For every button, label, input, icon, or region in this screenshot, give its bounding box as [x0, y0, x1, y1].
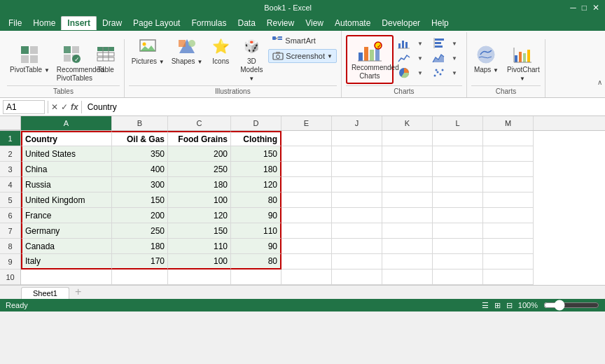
cell-k5[interactable] — [382, 192, 433, 208]
close-icon[interactable]: ✕ — [592, 3, 599, 13]
cell-b6[interactable]: 200 — [112, 208, 168, 223]
cell-e1[interactable] — [281, 131, 332, 146]
cell-e6[interactable] — [281, 208, 332, 223]
row-num-5[interactable]: 5 — [0, 192, 20, 208]
cell-b5[interactable]: 150 — [112, 192, 168, 208]
cell-l1[interactable] — [433, 131, 483, 146]
cell-a4[interactable]: Russia — [21, 177, 112, 192]
cell-e2[interactable] — [281, 146, 332, 162]
cell-c1[interactable]: Food Grains — [168, 131, 231, 146]
cell-k2[interactable] — [382, 146, 433, 162]
insert-function-icon[interactable]: fx — [71, 102, 78, 112]
cell-k4[interactable] — [382, 177, 433, 192]
cell-a10[interactable] — [21, 270, 112, 285]
pie-chart-button[interactable] — [396, 66, 412, 80]
cell-c7[interactable]: 150 — [168, 223, 231, 239]
cell-d8[interactable]: 90 — [231, 239, 281, 254]
pivot-table-button[interactable]: PivotTable ▼ — [7, 42, 53, 76]
cell-b10[interactable] — [112, 270, 168, 285]
cell-a5[interactable]: United Kingdom — [21, 192, 112, 208]
menu-page-layout[interactable]: Page Layout — [127, 17, 186, 29]
cell-j5[interactable] — [332, 192, 382, 208]
maps-button[interactable]: Maps ▼ — [471, 42, 501, 75]
cell-l10[interactable] — [433, 270, 483, 285]
sheet-tab-1[interactable]: Sheet1 — [21, 287, 69, 299]
menu-file[interactable]: File — [3, 17, 27, 29]
recommended-pivottables-button[interactable]: ✓ Recommended PivotTables — [54, 42, 90, 84]
scatter-chart-button[interactable] — [431, 66, 446, 80]
cell-m6[interactable] — [483, 208, 534, 223]
cell-l5[interactable] — [433, 192, 483, 208]
pivot-chart-button[interactable]: PivotChart ▼ — [504, 42, 541, 84]
col-header-d[interactable]: D — [231, 116, 281, 130]
cell-l2[interactable] — [433, 146, 483, 162]
col-header-c[interactable]: C — [168, 116, 231, 130]
cell-e10[interactable] — [281, 270, 332, 285]
cell-b7[interactable]: 250 — [112, 223, 168, 239]
cell-l9[interactable] — [433, 254, 483, 270]
row-num-8[interactable]: 8 — [0, 239, 20, 254]
area-chart-button[interactable] — [431, 51, 446, 65]
col-header-j[interactable]: J — [332, 116, 382, 130]
cell-j4[interactable] — [332, 177, 382, 192]
cell-c9[interactable]: 100 — [168, 254, 231, 270]
cell-j6[interactable] — [332, 208, 382, 223]
cell-b8[interactable]: 180 — [112, 239, 168, 254]
page-layout-icon[interactable]: ⊞ — [494, 301, 501, 310]
cell-l7[interactable] — [433, 223, 483, 239]
cell-e9[interactable] — [281, 254, 332, 270]
col-header-e[interactable]: E — [281, 116, 332, 130]
cell-b1[interactable]: Oil & Gas — [112, 131, 168, 146]
col-header-k[interactable]: K — [382, 116, 433, 130]
menu-draw[interactable]: Draw — [97, 17, 127, 29]
menu-developer[interactable]: Developer — [376, 17, 426, 29]
cell-a8[interactable]: Canada — [21, 239, 112, 254]
cell-k8[interactable] — [382, 239, 433, 254]
zoom-slider[interactable] — [543, 300, 599, 311]
cell-m7[interactable] — [483, 223, 534, 239]
row-num-6[interactable]: 6 — [0, 208, 20, 223]
cell-d9[interactable]: 80 — [231, 254, 281, 270]
cancel-formula-icon[interactable]: ✕ — [51, 102, 58, 112]
cell-d4[interactable]: 120 — [231, 177, 281, 192]
pictures-button[interactable]: Pictures ▼ — [129, 34, 167, 66]
screenshot-button[interactable]: Screenshot ▼ — [268, 49, 337, 63]
cell-j9[interactable] — [332, 254, 382, 270]
cell-j1[interactable] — [332, 131, 382, 146]
cell-k3[interactable] — [382, 162, 433, 177]
menu-view[interactable]: View — [300, 17, 329, 29]
cell-c4[interactable]: 180 — [168, 177, 231, 192]
col-header-l[interactable]: L — [433, 116, 483, 130]
cell-m5[interactable] — [483, 192, 534, 208]
cell-m4[interactable] — [483, 177, 534, 192]
col-header-a[interactable]: A — [21, 116, 112, 130]
cell-k9[interactable] — [382, 254, 433, 270]
row-num-3[interactable]: 3 — [0, 162, 20, 177]
cell-k7[interactable] — [382, 223, 433, 239]
minimize-icon[interactable]: ─ — [570, 3, 576, 13]
cell-d10[interactable] — [231, 270, 281, 285]
cell-a1[interactable]: Country — [21, 131, 112, 146]
cell-e8[interactable] — [281, 239, 332, 254]
line-chart-arrow[interactable]: ▼ — [412, 51, 428, 65]
cell-k6[interactable] — [382, 208, 433, 223]
menu-formulas[interactable]: Formulas — [186, 17, 232, 29]
cell-c6[interactable]: 120 — [168, 208, 231, 223]
cell-m1[interactable] — [483, 131, 534, 146]
cell-j3[interactable] — [332, 162, 382, 177]
cell-d5[interactable]: 80 — [231, 192, 281, 208]
cell-m3[interactable] — [483, 162, 534, 177]
cell-d3[interactable]: 180 — [231, 162, 281, 177]
smartart-button[interactable]: SmartArt — [268, 34, 337, 48]
shapes-button[interactable]: Shapes ▼ — [169, 34, 206, 66]
cell-d6[interactable]: 90 — [231, 208, 281, 223]
cell-b3[interactable]: 400 — [112, 162, 168, 177]
confirm-formula-icon[interactable]: ✓ — [61, 102, 68, 112]
row-num-4[interactable]: 4 — [0, 177, 20, 192]
cell-l4[interactable] — [433, 177, 483, 192]
cell-j10[interactable] — [332, 270, 382, 285]
menu-review[interactable]: Review — [261, 17, 300, 29]
column-chart-button[interactable] — [396, 36, 412, 50]
cell-a9[interactable]: Italy — [21, 254, 112, 270]
add-sheet-button[interactable]: + — [69, 285, 87, 299]
